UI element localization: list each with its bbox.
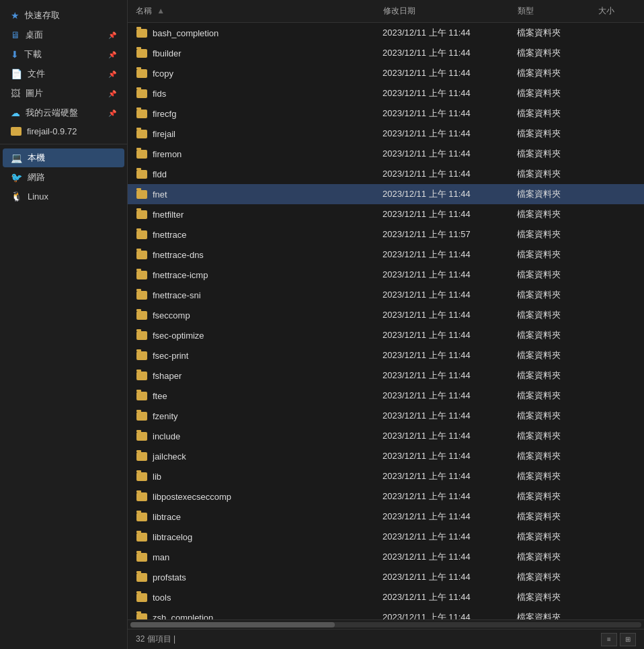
file-name: fnettrace-icmp	[153, 270, 208, 280]
star-icon: ★	[11, 10, 19, 21]
sidebar-item-network[interactable]: 🐦 網路	[3, 168, 124, 187]
file-modified: 2023/12/11 上午 11:57	[374, 226, 509, 243]
file-type: 檔案資料夾	[509, 388, 590, 404]
network-label: 網路	[28, 171, 45, 183]
file-name: fnet	[153, 189, 167, 200]
file-modified: 2023/12/11 上午 11:44	[374, 206, 509, 222]
list-view-button[interactable]: ≡	[601, 633, 617, 646]
file-size	[590, 428, 643, 444]
sidebar-item-firejail[interactable]: firejail-0.9.72	[3, 123, 124, 140]
file-modified: 2023/12/11 上午 11:44	[374, 247, 509, 263]
file-list[interactable]: bash_completion2023/12/11 上午 11:44檔案資料夾f…	[128, 23, 644, 619]
hscrollbar-thumb	[130, 622, 335, 628]
table-row[interactable]: fnettrace2023/12/11 上午 11:57檔案資料夾	[128, 224, 644, 245]
file-modified: 2023/12/11 上午 11:44	[374, 65, 509, 81]
file-name: fldd	[153, 169, 167, 179]
table-row[interactable]: libtrace2023/12/11 上午 11:44檔案資料夾	[128, 507, 644, 527]
table-row[interactable]: libpostexecseccomp2023/12/11 上午 11:44檔案資…	[128, 486, 644, 507]
table-row[interactable]: fcopy2023/12/11 上午 11:44檔案資料夾	[128, 63, 644, 83]
table-row[interactable]: fbuilder2023/12/11 上午 11:44檔案資料夾	[128, 43, 644, 63]
folder-icon	[136, 392, 147, 400]
table-row[interactable]: tools2023/12/11 上午 11:44檔案資料夾	[128, 587, 644, 607]
file-name: ftee	[153, 391, 167, 401]
table-row[interactable]: fshaper2023/12/11 上午 11:44檔案資料夾	[128, 365, 644, 386]
table-row[interactable]: fsec-print2023/12/11 上午 11:44檔案資料夾	[128, 345, 644, 365]
file-name-cell: fnettrace-icmp	[128, 267, 374, 283]
table-row[interactable]: ftee2023/12/11 上午 11:44檔案資料夾	[128, 386, 644, 406]
file-modified: 2023/12/11 上午 11:44	[374, 126, 509, 142]
file-size	[590, 226, 643, 243]
header-type[interactable]: 類型	[510, 3, 590, 19]
file-size	[590, 367, 643, 384]
sidebar-item-downloads[interactable]: ⬇ 下載 📌	[3, 45, 124, 64]
file-modified: 2023/12/11 上午 11:44	[374, 105, 509, 122]
desktop-label: 桌面	[26, 29, 43, 41]
file-size	[590, 287, 643, 303]
file-size	[590, 569, 643, 585]
file-size	[590, 65, 643, 81]
network-icon: 🐦	[11, 172, 22, 183]
table-row[interactable]: fids2023/12/11 上午 11:44檔案資料夾	[128, 83, 644, 103]
table-row[interactable]: fsec-optimize2023/12/11 上午 11:44檔案資料夾	[128, 325, 644, 345]
file-name-cell: libpostexecseccomp	[128, 488, 374, 505]
table-row[interactable]: man2023/12/11 上午 11:44檔案資料夾	[128, 547, 644, 567]
table-row[interactable]: lib2023/12/11 上午 11:44檔案資料夾	[128, 466, 644, 486]
sidebar-item-pictures[interactable]: 🖼 圖片 📌	[3, 84, 124, 103]
table-row[interactable]: firejail2023/12/11 上午 11:44檔案資料夾	[128, 124, 644, 144]
table-row[interactable]: profstats2023/12/11 上午 11:44檔案資料夾	[128, 567, 644, 587]
grid-view-button[interactable]: ⊞	[620, 633, 636, 646]
file-type: 檔案資料夾	[509, 367, 590, 384]
table-row[interactable]: firecfg2023/12/11 上午 11:44檔案資料夾	[128, 103, 644, 124]
file-name-cell: fnettrace-sni	[128, 287, 374, 303]
file-size	[590, 247, 643, 263]
file-size	[590, 25, 643, 41]
table-row[interactable]: libtracelog2023/12/11 上午 11:44檔案資料夾	[128, 527, 644, 547]
file-name: firemon	[153, 149, 182, 159]
file-modified: 2023/12/11 上午 11:44	[374, 468, 509, 484]
pin-icon: 📌	[108, 110, 116, 117]
sidebar-item-cloud[interactable]: ☁ 我的云端硬盤 📌	[3, 103, 124, 122]
table-row[interactable]: fnet2023/12/11 上午 11:44檔案資料夾	[128, 184, 644, 204]
table-row[interactable]: fnettrace-dns2023/12/11 上午 11:44檔案資料夾	[128, 245, 644, 265]
file-type: 檔案資料夾	[509, 186, 590, 202]
folder-icon	[136, 351, 147, 360]
table-row[interactable]: zsh_completion2023/12/11 上午 11:44檔案資料夾	[128, 607, 644, 619]
sidebar-item-computer[interactable]: 💻 本機	[3, 148, 124, 167]
file-name: fnettrace	[153, 230, 187, 240]
file-name: fids	[153, 89, 166, 99]
pin-icon: 📌	[108, 51, 116, 58]
table-row[interactable]: bash_completion2023/12/11 上午 11:44檔案資料夾	[128, 23, 644, 43]
header-size[interactable]: 大小	[590, 3, 644, 19]
folder-icon	[136, 190, 147, 199]
table-row[interactable]: fzenity2023/12/11 上午 11:44檔案資料夾	[128, 406, 644, 426]
header-modified[interactable]: 修改日期	[375, 3, 510, 19]
table-row[interactable]: fnettrace-icmp2023/12/11 上午 11:44檔案資料夾	[128, 265, 644, 285]
file-name: libtracelog	[153, 532, 192, 542]
file-size	[590, 85, 643, 101]
file-name-cell: fsec-optimize	[128, 327, 374, 343]
table-row[interactable]: fnettrace-sni2023/12/11 上午 11:44檔案資料夾	[128, 285, 644, 305]
table-row[interactable]: fldd2023/12/11 上午 11:44檔案資料夾	[128, 164, 644, 184]
desktop-icon: 🖥	[11, 30, 20, 40]
status-bar: 32 個項目 | ≡ ⊞	[128, 629, 644, 649]
file-type: 檔案資料夾	[509, 85, 590, 101]
table-row[interactable]: include2023/12/11 上午 11:44檔案資料夾	[128, 426, 644, 446]
sidebar-item-documents[interactable]: 📄 文件 📌	[3, 64, 124, 83]
table-row[interactable]: fseccomp2023/12/11 上午 11:44檔案資料夾	[128, 305, 644, 325]
header-name[interactable]: 名稱 ▲	[128, 3, 375, 19]
quick-access-label: 快速存取	[25, 9, 60, 21]
table-row[interactable]: fnetfilter2023/12/11 上午 11:44檔案資料夾	[128, 204, 644, 224]
file-size	[590, 206, 643, 222]
file-modified: 2023/12/11 上午 11:44	[374, 529, 509, 545]
file-name-cell: libtracelog	[128, 529, 374, 545]
table-row[interactable]: jailcheck2023/12/11 上午 11:44檔案資料夾	[128, 446, 644, 466]
sidebar-item-linux[interactable]: 🐧 Linux	[3, 187, 124, 205]
computer-icon: 💻	[11, 153, 22, 163]
file-modified: 2023/12/11 上午 11:44	[374, 569, 509, 585]
sidebar-item-desktop[interactable]: 🖥 桌面 📌	[3, 26, 124, 44]
folder-icon	[136, 69, 147, 78]
pin-icon: 📌	[108, 90, 116, 97]
sidebar-section-quick-access[interactable]: ★ 快速存取	[3, 6, 124, 25]
table-row[interactable]: firemon2023/12/11 上午 11:44檔案資料夾	[128, 144, 644, 164]
horizontal-scrollbar[interactable]	[128, 619, 644, 629]
